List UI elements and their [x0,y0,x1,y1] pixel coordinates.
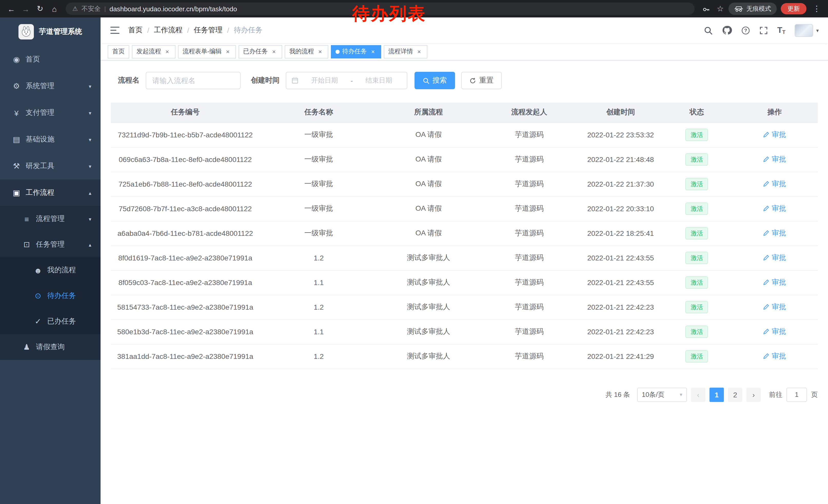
approve-link-label: 审批 [772,130,786,139]
approve-link[interactable]: 审批 [763,155,786,164]
cell-create-time: 2022-01-22 23:53:32 [579,123,662,147]
cell-task-id: 8f0d1619-7ac8-11ec-a9e2-a2380e71991a [111,245,259,270]
url-divider: | [105,5,106,12]
cell-task-id: 73211d9d-7b9b-11ec-b5b7-acde48001122 [111,123,259,147]
cell-task-name: 一级审批 [259,172,378,196]
menu-dots-icon[interactable]: ⋮ [811,4,823,13]
close-icon[interactable]: × [416,48,423,55]
home-icon[interactable]: ⌂ [48,4,60,13]
bookmark-star-icon[interactable]: ☆ [714,4,727,13]
sidebar-item-infrastructure[interactable]: ▤ 基础设施 ▾ [0,126,100,153]
page-1-button[interactable]: 1 [709,387,724,402]
edit-icon [763,156,770,163]
forward-icon[interactable]: → [19,4,32,13]
close-icon[interactable]: × [224,48,232,55]
breadcrumb-task-management[interactable]: 任务管理 [194,26,223,35]
tab-start-process[interactable]: 发起流程 × [132,45,175,58]
col-status: 状态 [662,102,732,123]
fullscreen-icon[interactable] [759,26,768,35]
sidebar-item-todo-tasks[interactable]: ⊙ 待办任务 [0,283,100,309]
cell-task-name: 一级审批 [259,123,378,147]
approve-link[interactable]: 审批 [763,204,786,213]
cell-create-time: 2022-01-21 22:43:55 [579,245,662,270]
tab-label: 已办任务 [243,47,268,56]
close-icon[interactable]: × [317,48,324,55]
approve-link[interactable]: 审批 [763,130,786,139]
approve-link[interactable]: 审批 [763,278,786,287]
approve-link[interactable]: 审批 [763,229,786,238]
tab-process-detail[interactable]: 流程详情 × [384,45,427,58]
approve-link[interactable]: 审批 [763,352,786,361]
page-size-select[interactable]: 10条/页 ▾ [637,387,687,402]
sidebar-item-my-process[interactable]: ☻ 我的流程 [0,258,100,283]
close-icon[interactable]: × [369,48,377,55]
sidebar-item-devtools[interactable]: ⚒ 研发工具 ▾ [0,153,100,179]
approve-link[interactable]: 审批 [763,303,786,312]
table-row: 58154733-7ac8-11ec-a9e2-a2380e71991a 1.2… [111,295,818,319]
cell-create-time: 2022-01-22 20:33:10 [579,196,662,221]
incognito-label: 无痕模式 [746,4,771,13]
sidebar-item-label: 已办任务 [47,317,76,326]
cell-task-id: 381aa1dd-7ac8-11ec-a9e2-a2380e71991a [111,344,259,369]
sidebar-item-done-tasks[interactable]: ✓ 已办任务 [0,309,100,334]
breadcrumb-separator: / [227,26,229,34]
sidebar-collapse-icon[interactable] [110,25,120,35]
approve-link[interactable]: 审批 [763,179,786,189]
sidebar-item-task-management[interactable]: ⊡ 任务管理 ▴ [0,232,100,258]
tab-label: 流程表单-编辑 [182,47,222,56]
cell-starter: 芋道源码 [480,319,579,344]
process-name-input[interactable] [146,72,241,89]
cell-process: 测试多审批人 [378,319,480,344]
sidebar-item-label: 工作流程 [26,188,54,197]
app-page: 芋道管理系统 ◉ 首页 ⚙ 系统管理 ▾ ¥ 支付管理 ▾ ▤ 基础设施 ▾ [0,17,828,504]
chevron-down-icon: ▾ [89,83,91,89]
sidebar-item-label: 我的流程 [47,266,76,275]
prev-page-button[interactable]: ‹ [691,387,705,402]
next-page-button[interactable]: › [746,387,761,402]
sidebar-item-payment[interactable]: ¥ 支付管理 ▾ [0,99,100,126]
reset-button[interactable]: 重置 [461,72,502,89]
reset-button-label: 重置 [479,76,494,85]
update-button[interactable]: 更新 [781,3,806,14]
logo[interactable]: 芋道管理系统 [0,17,100,46]
sidebar-item-label: 请假查询 [36,342,65,352]
font-size-icon[interactable]: TT [777,26,785,35]
back-icon[interactable]: ← [5,4,17,13]
github-icon[interactable] [722,25,732,35]
approve-link[interactable]: 审批 [763,253,786,263]
date-range-separator: - [350,77,353,84]
sidebar-item-label: 支付管理 [26,108,54,118]
breadcrumb-workflow[interactable]: 工作流程 [154,26,182,35]
sidebar-item-workflow[interactable]: ▣ 工作流程 ▴ [0,179,100,206]
page-2-button[interactable]: 2 [728,387,742,402]
user-avatar-menu[interactable]: ▾ [795,24,819,37]
search-icon[interactable] [704,26,713,35]
cell-process: 测试多审批人 [378,245,480,270]
sidebar-item-leave-query[interactable]: ♟ 请假查询 [0,334,100,360]
tab-done-tasks[interactable]: 已办任务 × [239,45,282,58]
cell-task-id: 069c6a63-7b8a-11ec-8ef0-acde48001122 [111,147,259,172]
sidebar-item-home[interactable]: ◉ 首页 [0,46,100,73]
reload-icon[interactable]: ↻ [34,4,46,13]
incognito-badge: 无痕模式 [729,3,777,15]
tab-todo-tasks[interactable]: 待办任务 × [331,45,381,58]
tab-form-edit[interactable]: 流程表单-编辑 × [178,45,236,58]
approve-link[interactable]: 审批 [763,327,786,336]
navbar-actions: TT ▾ [704,24,819,37]
security-label[interactable]: 不安全 [82,4,101,13]
approve-link-label: 审批 [772,278,786,287]
date-range-picker[interactable]: 开始日期 - 结束日期 [286,72,407,89]
close-icon[interactable]: × [271,48,278,55]
sidebar-item-process-management[interactable]: ≡ 流程管理 ▾ [0,206,100,232]
key-icon[interactable] [700,4,712,13]
search-button[interactable]: 搜索 [415,72,455,89]
breadcrumb-home[interactable]: 首页 [128,26,142,35]
sidebar-item-system[interactable]: ⚙ 系统管理 ▾ [0,73,100,99]
goto-page-input[interactable] [786,387,807,402]
cell-process: OA 请假 [378,221,480,245]
cell-starter: 芋道源码 [480,344,579,369]
tab-my-process[interactable]: 我的流程 × [285,45,328,58]
tab-home[interactable]: 首页 [108,45,129,58]
help-icon[interactable] [741,26,750,35]
close-icon[interactable]: × [164,48,171,55]
